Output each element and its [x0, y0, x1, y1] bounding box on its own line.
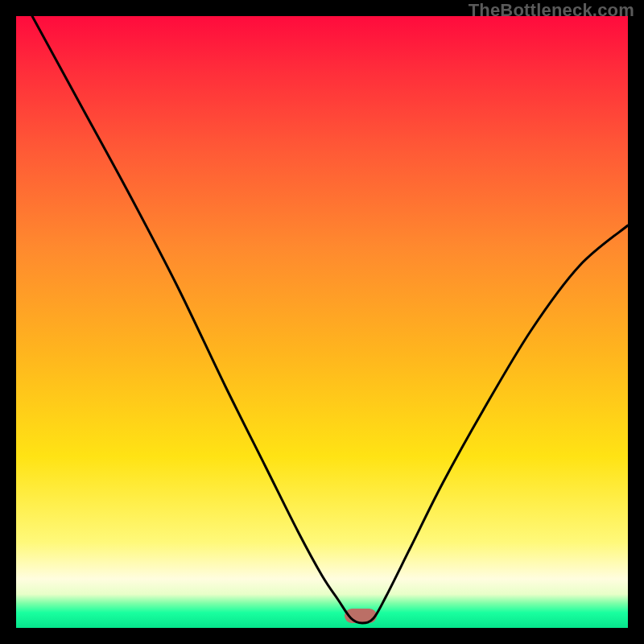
- curve-svg: [16, 16, 628, 628]
- bottleneck-curve: [32, 16, 628, 623]
- plot-area: [16, 16, 628, 628]
- chart-stage: TheBottleneck.com: [0, 0, 644, 644]
